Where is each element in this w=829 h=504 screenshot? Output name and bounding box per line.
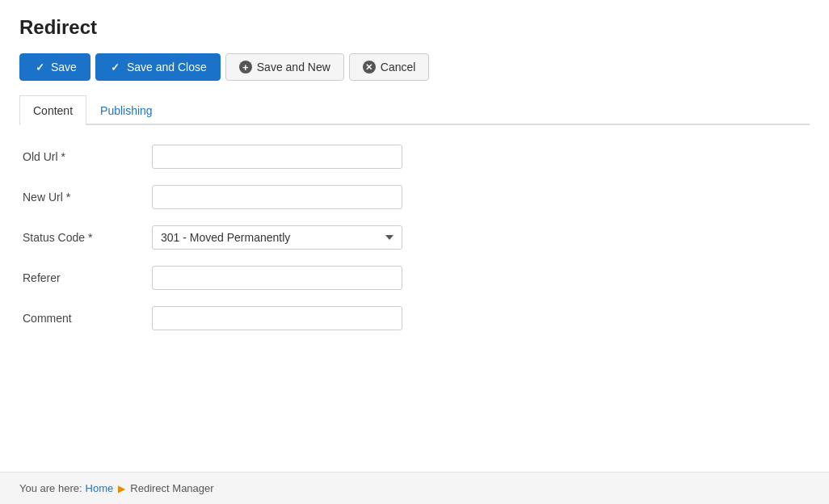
status-code-row: Status Code * 301 - Moved Permanently 30… bbox=[23, 225, 806, 250]
check-icon-2 bbox=[109, 61, 122, 74]
form: Old Url * New Url * Status Code * 301 - … bbox=[19, 145, 810, 330]
status-code-label: Status Code * bbox=[23, 231, 152, 244]
save-close-button[interactable]: Save and Close bbox=[95, 53, 221, 81]
breadcrumb: You are here: Home ▶ Redirect Manager bbox=[0, 472, 829, 504]
x-icon: ✕ bbox=[363, 61, 376, 74]
breadcrumb-current: Redirect Manager bbox=[130, 482, 213, 494]
page-title: Redirect bbox=[19, 16, 810, 39]
new-url-input[interactable] bbox=[152, 185, 402, 209]
save-close-label: Save and Close bbox=[127, 61, 207, 74]
referer-label: Referer bbox=[23, 271, 152, 284]
referer-row: Referer bbox=[23, 266, 806, 290]
save-label: Save bbox=[51, 61, 77, 74]
check-icon bbox=[33, 61, 46, 74]
new-url-label: New Url * bbox=[23, 191, 152, 204]
breadcrumb-arrow: ▶ bbox=[118, 483, 125, 494]
tab-bar: Content Publishing bbox=[19, 95, 810, 125]
old-url-input[interactable] bbox=[152, 145, 402, 169]
comment-label: Comment bbox=[23, 312, 152, 325]
save-button[interactable]: Save bbox=[19, 53, 90, 81]
save-new-label: Save and New bbox=[257, 61, 330, 74]
comment-input[interactable] bbox=[152, 306, 402, 330]
cancel-label: Cancel bbox=[381, 61, 416, 74]
new-url-row: New Url * bbox=[23, 185, 806, 209]
breadcrumb-prefix: You are here: bbox=[19, 482, 82, 494]
breadcrumb-home[interactable]: Home bbox=[86, 482, 114, 494]
comment-row: Comment bbox=[23, 306, 806, 330]
old-url-label: Old Url * bbox=[23, 150, 152, 163]
toolbar: Save Save and Close + Save and New ✕ Can… bbox=[19, 53, 810, 81]
old-url-row: Old Url * bbox=[23, 145, 806, 169]
status-code-select[interactable]: 301 - Moved Permanently 302 - Found 303 … bbox=[152, 225, 402, 250]
plus-icon: + bbox=[239, 61, 252, 74]
cancel-button[interactable]: ✕ Cancel bbox=[349, 53, 430, 81]
tab-content[interactable]: Content bbox=[19, 95, 86, 125]
tab-publishing[interactable]: Publishing bbox=[86, 95, 166, 125]
save-new-button[interactable]: + Save and New bbox=[225, 53, 344, 81]
referer-input[interactable] bbox=[152, 266, 402, 290]
